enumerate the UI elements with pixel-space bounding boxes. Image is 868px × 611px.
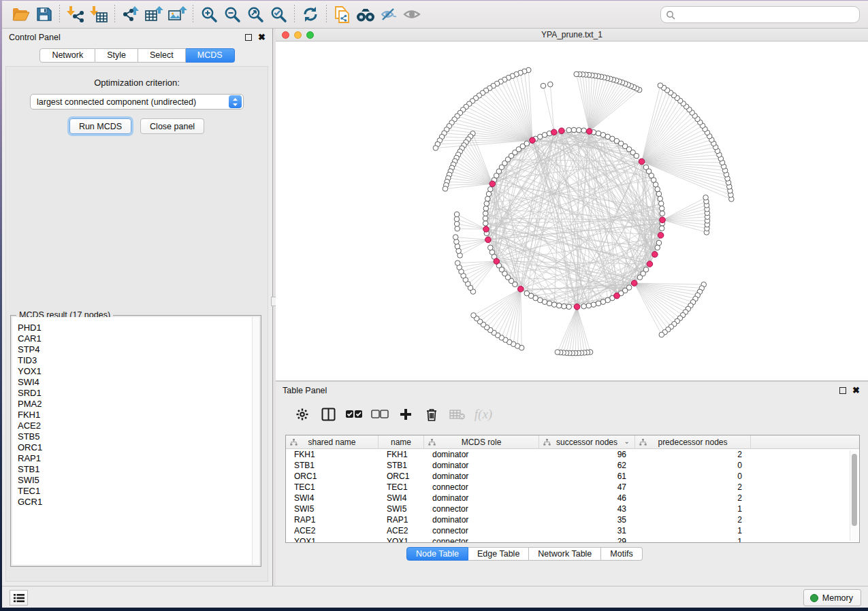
window-close-traffic-icon[interactable] (282, 31, 289, 39)
column-header-shared-name[interactable]: shared name (286, 435, 379, 449)
table-row[interactable]: SWI4SWI4dominator462 (286, 493, 859, 503)
table-row[interactable]: FKH1FKH1dominator962 (286, 449, 859, 460)
zoom-in-icon[interactable] (197, 3, 221, 25)
mcds-result-item[interactable]: RAP1 (12, 453, 259, 464)
first-neighbors-icon[interactable] (354, 3, 377, 25)
right-stack: YPA_prune.txt_1 Table Panel ✖ (276, 29, 868, 586)
show-all-icon[interactable] (400, 3, 423, 25)
task-history-button[interactable] (10, 590, 28, 606)
tab-node-table[interactable]: Node Table (406, 547, 468, 561)
table-row[interactable]: TEC1TEC1connector472 (286, 482, 859, 493)
table-row[interactable]: SWI5SWI5connector431 (286, 503, 859, 514)
close-panel-icon[interactable]: ✖ (258, 34, 266, 41)
delete-table-icon[interactable] (445, 404, 470, 425)
tab-network-table[interactable]: Network Table (529, 547, 601, 561)
mcds-result-item[interactable]: STB5 (12, 431, 259, 442)
zoom-out-icon[interactable] (221, 3, 244, 25)
mcds-result-item[interactable]: YOX1 (12, 366, 259, 377)
split-panel-icon[interactable] (315, 404, 341, 425)
table-row[interactable]: RAP1RAP1dominator352 (286, 514, 859, 525)
search-icon (666, 10, 675, 20)
table-row[interactable]: ORC1ORC1dominator610 (286, 471, 859, 482)
mcds-result-item[interactable]: ORC1 (12, 442, 259, 453)
table-scrollbar-thumb[interactable] (852, 454, 857, 526)
column-header-predecessor-nodes[interactable]: predecessor nodes (635, 435, 751, 449)
hide-selected-icon[interactable] (377, 3, 400, 25)
export-image-icon[interactable] (165, 3, 189, 25)
mcds-result-item[interactable]: TEC1 (12, 486, 259, 497)
column-header-successor-nodes[interactable]: successor nodes⌄ (539, 435, 635, 449)
mcds-result-item[interactable]: PMA2 (12, 399, 259, 410)
tab-edge-table[interactable]: Edge Table (468, 547, 529, 561)
float-panel-icon[interactable] (245, 34, 252, 41)
cell-shared-name: SWI5 (286, 503, 379, 514)
search-input[interactable] (679, 8, 859, 22)
control-panel-tabbar: NetworkStyleSelectMCDS (2, 46, 272, 65)
network-window-titlebar[interactable]: YPA_prune.txt_1 (276, 29, 868, 42)
network-title: YPA_prune.txt_1 (541, 30, 602, 39)
cell-successor-nodes: 43 (539, 503, 635, 514)
criterion-selected-value: largest connected component (undirected) (31, 97, 229, 107)
close-table-panel-icon[interactable]: ✖ (852, 387, 860, 394)
refresh-layout-icon[interactable] (299, 3, 322, 25)
mcds-result-item[interactable]: SRD1 (12, 388, 259, 399)
tab-select[interactable]: Select (138, 48, 186, 63)
table-settings-icon[interactable] (289, 404, 315, 425)
run-mcds-button[interactable]: Run MCDS (69, 118, 131, 134)
table-row[interactable]: STB1STB1dominator620 (286, 460, 859, 471)
tab-style[interactable]: Style (95, 48, 138, 63)
save-session-icon[interactable] (32, 3, 55, 25)
toolbar-separator (326, 5, 327, 24)
column-header-MCDS-role[interactable]: MCDS role (424, 435, 539, 449)
mcds-result-item[interactable]: FKH1 (12, 410, 259, 420)
mcds-result-item[interactable]: ACE2 (12, 420, 259, 431)
tab-mcds[interactable]: MCDS (186, 48, 235, 63)
mcds-result-item[interactable]: GCR1 (12, 497, 259, 508)
mcds-result-item[interactable]: CAR1 (12, 333, 259, 344)
cell-predecessor-nodes: 1 (635, 525, 751, 536)
cytoscape-window: Control Panel ✖ NetworkStyleSelectMCDS O… (2, 1, 868, 608)
cell-shared-name: ORC1 (286, 471, 379, 482)
optimization-criterion-select[interactable]: largest connected component (undirected) (30, 94, 244, 110)
mcds-result-item[interactable]: SWI4 (12, 377, 259, 388)
zoom-selected-icon[interactable] (267, 3, 290, 25)
table-panel-header: Table Panel (276, 382, 868, 399)
import-table-icon[interactable] (87, 3, 110, 25)
clone-network-icon[interactable] (331, 3, 354, 25)
tab-motifs[interactable]: Motifs (601, 547, 642, 561)
open-file-icon[interactable] (9, 3, 32, 25)
mcds-result-item[interactable]: STB1 (12, 464, 259, 475)
select-all-rows-icon[interactable] (341, 404, 367, 425)
export-table-icon[interactable] (142, 3, 165, 25)
column-header-name[interactable]: name (379, 435, 424, 449)
function-builder-icon[interactable]: f(x) (470, 404, 496, 425)
cell-MCDS-role: dominator (424, 449, 539, 460)
window-zoom-traffic-icon[interactable] (306, 31, 314, 39)
search-box[interactable] (660, 6, 860, 23)
deselect-all-rows-icon[interactable] (367, 404, 393, 425)
tab-network[interactable]: Network (39, 48, 95, 63)
network-graph[interactable] (276, 42, 868, 380)
close-panel-button[interactable]: Close panel (140, 118, 204, 134)
mcds-result-item[interactable]: STP4 (12, 344, 259, 355)
window-minimize-traffic-icon[interactable] (294, 31, 302, 39)
memory-button[interactable]: Memory (803, 589, 861, 606)
cell-MCDS-role: connector (424, 536, 539, 543)
float-table-panel-icon[interactable] (839, 387, 846, 394)
table-scrollbar[interactable] (850, 450, 858, 541)
mcds-result-item[interactable]: SWI5 (12, 475, 259, 486)
export-network-icon[interactable] (119, 3, 142, 25)
import-network-icon[interactable] (64, 3, 87, 25)
cell-shared-name: RAP1 (286, 514, 379, 525)
mcds-result-item[interactable]: TID3 (12, 355, 259, 366)
add-column-icon[interactable] (393, 404, 419, 425)
mcds-result-list[interactable]: PHD1CAR1STP4TID3YOX1SWI4SRD1PMA2FKH1ACE2… (12, 317, 259, 565)
table-row[interactable]: ACE2ACE2connector311 (286, 525, 859, 536)
network-canvas[interactable] (276, 42, 868, 380)
zoom-fit-icon[interactable] (244, 3, 267, 25)
result-list-scrollbar[interactable] (252, 317, 259, 565)
delete-columns-icon[interactable] (419, 404, 445, 425)
mcds-result-item[interactable]: PHD1 (12, 323, 259, 333)
cell-name: SWI4 (379, 493, 424, 503)
table-row[interactable]: YOX1YOX1connector291 (286, 536, 859, 543)
